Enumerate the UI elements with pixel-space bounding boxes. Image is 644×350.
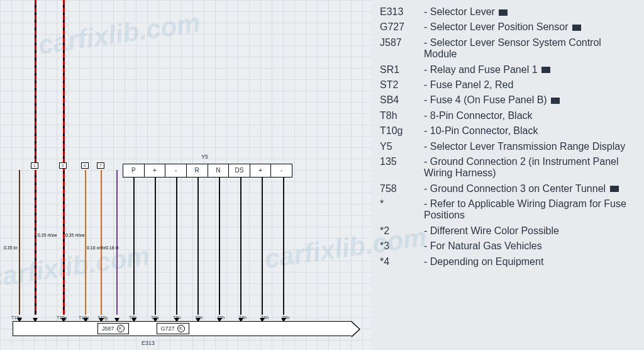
transistor-icon: K	[177, 325, 185, 332]
legend-desc: For Natural Gas Vehicles	[424, 240, 635, 252]
legend-desc: Ground Connection 2 (in Instrument Panel…	[424, 156, 635, 179]
y5-cell: DS	[229, 164, 250, 177]
legend-row: *3For Natural Gas Vehicles	[380, 240, 635, 252]
wire-orange-2	[101, 170, 102, 315]
legend-code: SB4	[380, 94, 424, 106]
y5-cell: R	[187, 164, 208, 177]
wire-purple	[116, 170, 118, 315]
legend-code: *2	[380, 225, 424, 237]
reference-icon	[541, 67, 550, 73]
page-root: carfixlib.com carfixlib.com carfixlib.co…	[0, 0, 644, 350]
legend-code: 135	[380, 156, 424, 179]
legend-row: E313Selector Lever	[380, 6, 635, 18]
legend-desc: 10-Pin Connector, Black	[424, 125, 635, 137]
legend-desc: Selector Lever Sensor System Control Mod…	[424, 37, 635, 60]
wire-brown	[19, 170, 20, 315]
legend-code: T10g	[380, 125, 424, 137]
legend-row: 135Ground Connection 2 (in Instrument Pa…	[380, 156, 635, 179]
legend-code: G727	[380, 21, 424, 33]
y5-cell: N	[208, 164, 230, 177]
legend-row: ST2Fuse Panel 2, Red	[380, 79, 635, 91]
reference-icon	[551, 98, 560, 104]
legend-row: *2Different Wire Color Possible	[380, 225, 635, 237]
legend-row: J587Selector Lever Sensor System Control…	[380, 37, 635, 60]
wire-annot: 0.18 vi	[106, 246, 119, 250]
wire-red-1	[35, 0, 36, 164]
wire-annot: 0.35 rt/sw	[38, 233, 57, 237]
transistor-icon: K	[117, 325, 125, 332]
e313-module-bar: J587 K G727 K	[13, 321, 352, 336]
legend-desc: 8-Pin Connector, Black	[424, 110, 635, 121]
continuation-arrow-icon	[352, 321, 360, 337]
legend-code: *3	[380, 240, 424, 252]
pin-box: 1	[31, 162, 38, 169]
wire-annot: 0.35 rt/sw	[65, 233, 84, 237]
y5-label: Y5	[201, 154, 208, 160]
legend-row: *4Depending on Equipment	[380, 256, 635, 268]
reference-icon	[572, 25, 581, 31]
pin-box: 6	[81, 162, 89, 169]
legend-desc: Depending on Equipment	[424, 256, 635, 268]
y5-cell: -	[165, 164, 187, 177]
g727-label: G727	[161, 325, 175, 332]
j587-subbox: J587 K	[97, 323, 129, 334]
legend-desc: Ground Connection 3 on Center Tunnel	[424, 183, 635, 195]
pin-box: 5	[59, 162, 67, 169]
wire-y5	[176, 178, 177, 315]
wire-y5	[283, 178, 284, 315]
reference-icon	[499, 9, 508, 16]
legend-row: *Refer to Applicable Wiring Diagram for …	[380, 198, 635, 222]
legend-code: Y5	[380, 141, 424, 152]
pin-box: 7	[97, 162, 104, 169]
legend-desc: Selector Lever Position Sensor	[424, 21, 635, 33]
legend-code: *	[380, 198, 424, 222]
wire-orange-1	[85, 170, 86, 315]
legend-code: J587	[380, 37, 424, 60]
legend-desc: Relay and Fuse Panel 1	[424, 64, 635, 76]
wiring-diagram: carfixlib.com carfixlib.com carfixlib.co…	[0, 0, 371, 350]
legend-code: E313	[380, 6, 424, 18]
legend-desc: Fuse Panel 2, Red	[424, 79, 635, 91]
legend-code: T8h	[380, 110, 424, 121]
watermark: carfixlib.com	[36, 8, 202, 60]
wire-red-2	[63, 0, 65, 315]
y5-cell: +	[145, 164, 166, 177]
wire-y5	[262, 178, 263, 315]
y5-cell: -	[271, 164, 292, 177]
legend-row: T10g10-Pin Connector, Black	[380, 125, 635, 137]
y5-cell: P	[123, 164, 145, 177]
y5-display-box: P + - R N DS + -	[123, 164, 292, 178]
legend-panel: E313Selector Lever G727Selector Lever Po…	[371, 0, 644, 350]
wire-y5	[219, 178, 220, 315]
j587-label: J587	[102, 325, 114, 332]
e313-label: E313	[142, 340, 155, 346]
legend-desc: Refer to Applicable Wiring Diagram for F…	[424, 198, 635, 222]
watermark: carfixlib.com	[0, 240, 152, 293]
legend-row: SB4Fuse 4 (On Fuse Panel B)	[380, 94, 635, 106]
legend-desc: Different Wire Color Possible	[424, 225, 635, 237]
wire-y5	[197, 178, 199, 315]
wire-red-short	[35, 170, 36, 315]
legend-desc: Selector Lever Transmission Range Displa…	[424, 141, 635, 152]
legend-code: 758	[380, 183, 424, 195]
legend-row: SR1Relay and Fuse Panel 1	[380, 64, 635, 76]
legend-row: Y5Selector Lever Transmission Range Disp…	[380, 141, 635, 152]
legend-desc: Selector Lever	[424, 6, 635, 18]
legend-code: *4	[380, 256, 424, 268]
wire-annot: 0.35 br	[4, 246, 18, 250]
reference-icon	[610, 186, 619, 192]
wire-y5	[155, 178, 156, 315]
legend-row: 758Ground Connection 3 on Center Tunnel	[380, 183, 635, 195]
y5-cell: +	[250, 164, 272, 177]
legend-row: G727Selector Lever Position Sensor	[380, 21, 635, 33]
wire-annot: 0.18 or/br	[87, 246, 106, 250]
legend-code: SR1	[380, 64, 424, 76]
legend-code: ST2	[380, 79, 424, 91]
legend-desc: Fuse 4 (On Fuse Panel B)	[424, 94, 635, 106]
legend-row: T8h8-Pin Connector, Black	[380, 110, 635, 121]
g727-subbox: G727 K	[157, 323, 189, 334]
wire-y5	[133, 178, 135, 315]
wire-y5	[240, 178, 242, 315]
